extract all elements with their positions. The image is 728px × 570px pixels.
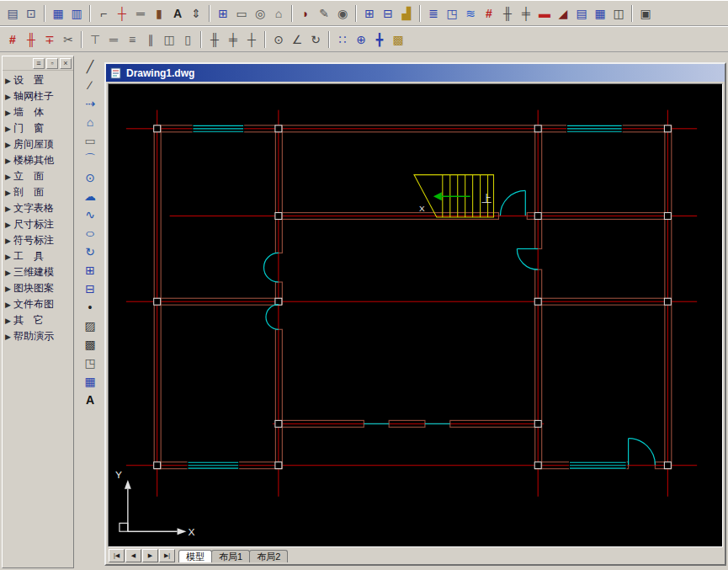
- tab-layout2[interactable]: 布局2: [249, 550, 288, 562]
- cut-icon[interactable]: ✂: [59, 30, 77, 48]
- sidebar-item[interactable]: ▶楼梯其他: [3, 152, 73, 168]
- dim-style-icon[interactable]: ⇕: [187, 4, 205, 22]
- zoom-preview-icon[interactable]: ⊡: [22, 4, 40, 22]
- tab-last-button[interactable]: ▶|: [159, 549, 175, 562]
- rotate-icon[interactable]: ↻: [80, 242, 100, 261]
- leader-line-icon[interactable]: ⌐: [94, 4, 113, 22]
- sidebar-item[interactable]: ▶设 置: [3, 72, 73, 88]
- axis-hash-icon[interactable]: #: [480, 4, 498, 22]
- form-grid-icon[interactable]: ⊞: [360, 4, 379, 22]
- solid-hatch-icon[interactable]: ▩: [80, 335, 100, 354]
- text-style-icon[interactable]: A: [168, 4, 187, 22]
- axis-trim-icon[interactable]: ∓: [40, 30, 59, 48]
- move-target-icon[interactable]: ⊕: [352, 30, 370, 48]
- wall-align-icon[interactable]: ∥: [141, 30, 160, 48]
- sidebar-item[interactable]: ▶墙 体: [3, 104, 73, 120]
- double-line-icon[interactable]: ∕: [80, 76, 100, 94]
- tab-next-button[interactable]: ▶: [142, 549, 158, 562]
- symmetry-icon[interactable]: ∷: [333, 30, 352, 48]
- sidebar-item[interactable]: ▶其 它: [3, 312, 73, 328]
- axis-annotate-icon[interactable]: ╫: [22, 30, 40, 48]
- dim-ticks-icon[interactable]: ╫: [205, 30, 224, 48]
- tab-previous-button[interactable]: ◀: [125, 549, 141, 562]
- sidebar-item[interactable]: ▶轴网柱子: [3, 88, 73, 104]
- cloud-icon[interactable]: ☁: [80, 187, 100, 205]
- insert-column-grid-icon[interactable]: ╫: [498, 4, 517, 22]
- table-icon[interactable]: ▦: [80, 372, 100, 391]
- rectangle-icon[interactable]: ▭: [80, 131, 100, 150]
- sidebar-item[interactable]: ▶图块图案: [3, 280, 73, 296]
- sidebar-item[interactable]: ▶文件布图: [3, 296, 73, 312]
- double-wall-icon[interactable]: ═: [131, 4, 150, 22]
- cross-move-icon[interactable]: ╋: [370, 30, 389, 48]
- text-icon[interactable]: A: [80, 391, 100, 409]
- point-icon[interactable]: •: [80, 298, 100, 317]
- floor-plan[interactable]: X 上 X Y: [109, 84, 722, 546]
- line-icon[interactable]: ╱: [80, 57, 100, 76]
- column-icon[interactable]: ▮: [150, 4, 168, 22]
- stats-icon[interactable]: ▟: [397, 4, 416, 22]
- spline-arrow-icon[interactable]: ⇢: [80, 94, 100, 113]
- day-schedule-icon[interactable]: ▦: [49, 4, 67, 22]
- eye-view-icon[interactable]: ◉: [333, 4, 352, 22]
- arc-icon[interactable]: ⌒: [80, 150, 100, 168]
- sidebar-item[interactable]: ▶工 具: [3, 248, 73, 264]
- drawing-canvas[interactable]: X 上 X Y: [108, 83, 723, 547]
- wave-line-icon[interactable]: ∿: [80, 205, 100, 224]
- sidebar-item[interactable]: ▶尺寸标注: [3, 216, 73, 232]
- define-block-icon[interactable]: ⊟: [80, 280, 100, 298]
- slope-mark-icon[interactable]: ∠: [288, 30, 306, 48]
- dim-quick-icon[interactable]: ┼: [242, 30, 261, 48]
- window-grid-icon[interactable]: ⊞: [214, 4, 232, 22]
- circle-mark-icon[interactable]: ⊙: [269, 30, 288, 48]
- wall-door-icon[interactable]: ▯: [178, 30, 197, 48]
- sidebar-item[interactable]: ▶门 窗: [3, 120, 73, 136]
- wall-equalize-icon[interactable]: ≡: [123, 30, 141, 48]
- house-icon[interactable]: ⌂: [269, 4, 288, 22]
- tab-first-button[interactable]: |◀: [109, 549, 125, 562]
- sheet-table-icon[interactable]: ▥: [67, 4, 86, 22]
- shade-view-icon[interactable]: ◗: [296, 4, 315, 22]
- dim-chain-icon[interactable]: ╪: [224, 30, 242, 48]
- list-sheet-icon[interactable]: ≣: [424, 4, 443, 22]
- axis-cross-icon[interactable]: ┼: [113, 4, 131, 22]
- tab-layout1[interactable]: 布局1: [211, 550, 250, 562]
- sidebar-item[interactable]: ▶三维建模: [3, 264, 73, 280]
- circle-icon[interactable]: ⊙: [80, 168, 100, 187]
- wall-double-icon[interactable]: ═: [104, 30, 123, 48]
- cell-box-icon[interactable]: ⊟: [379, 4, 397, 22]
- sidebar-item[interactable]: ▶房间屋顶: [3, 136, 73, 152]
- ruler-icon[interactable]: ▭: [232, 4, 251, 22]
- raster-image-icon[interactable]: ◳: [80, 354, 100, 372]
- block-box-icon[interactable]: ▩: [389, 30, 407, 48]
- wall-window-icon[interactable]: ◫: [160, 30, 178, 48]
- target-box-icon[interactable]: ▣: [636, 4, 655, 22]
- pane-icon[interactable]: ◫: [609, 4, 628, 22]
- tab-model[interactable]: 模型: [178, 550, 212, 562]
- sidebar-item[interactable]: ▶符号标注: [3, 232, 73, 248]
- small-grid-icon[interactable]: ▦: [591, 4, 609, 22]
- sidebar-item[interactable]: ▶文字表格: [3, 200, 73, 216]
- document-titlebar[interactable]: Drawing1.dwg: [106, 64, 725, 82]
- pin-icon[interactable]: ▫: [46, 58, 58, 69]
- align-dim-icon[interactable]: ╪: [517, 4, 535, 22]
- doc-table-icon[interactable]: ▤: [572, 4, 591, 22]
- edit-sheet-icon[interactable]: ✎: [315, 4, 333, 22]
- sidebar-item[interactable]: ▶剖 面: [3, 184, 73, 200]
- hatch-icon[interactable]: ▨: [80, 317, 100, 335]
- rotate-mark-icon[interactable]: ↻: [306, 30, 325, 48]
- grip-icon[interactable]: ≡: [33, 58, 45, 69]
- insert-block-icon[interactable]: ⊞: [80, 261, 100, 280]
- close-icon[interactable]: ×: [60, 58, 72, 69]
- ellipse-icon[interactable]: ○: [76, 224, 105, 242]
- layers-icon[interactable]: ≋: [461, 4, 480, 22]
- sidebar-item[interactable]: ▶帮助演示: [3, 328, 73, 344]
- axis-create-icon[interactable]: #: [3, 30, 22, 48]
- sidebar-item[interactable]: ▶立 面: [3, 168, 73, 184]
- elevation-icon[interactable]: ◢: [554, 4, 572, 22]
- open-drawing-icon[interactable]: ▤: [3, 4, 22, 22]
- wall-draw-icon[interactable]: ⊤: [86, 30, 104, 48]
- roll-icon[interactable]: ◎: [251, 4, 269, 22]
- layout-frame-icon[interactable]: ◳: [443, 4, 461, 22]
- red-bar-icon[interactable]: ▬: [535, 4, 554, 22]
